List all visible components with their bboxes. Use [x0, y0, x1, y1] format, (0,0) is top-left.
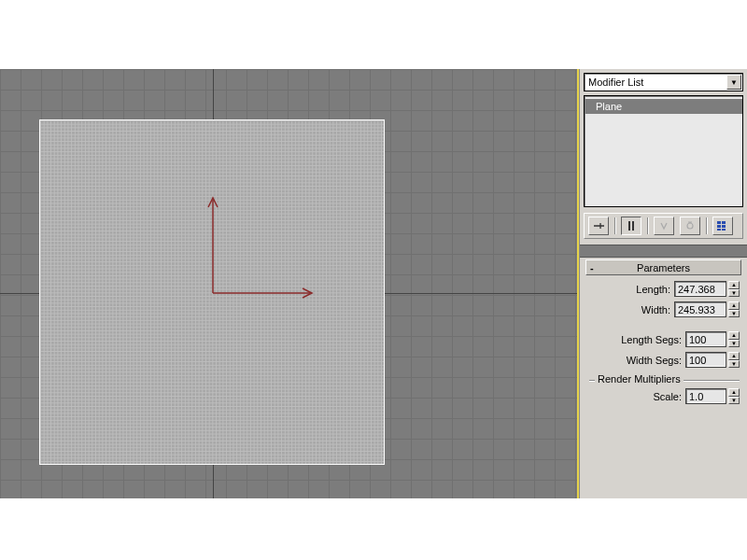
- width-segs-label: Width Segs:: [627, 355, 682, 366]
- svg-rect-6: [717, 225, 721, 228]
- modify-panel: Modifier List ▼ Plane: [579, 69, 747, 498]
- toolbar-separator: [647, 217, 648, 234]
- svg-rect-2: [628, 221, 630, 231]
- parameters-rollout-header[interactable]: - Parameters: [585, 259, 741, 275]
- scale-label: Scale:: [653, 391, 682, 402]
- panel-divider: [580, 245, 747, 258]
- modifier-list-label: Modifier List: [585, 77, 726, 88]
- svg-rect-5: [722, 221, 726, 224]
- length-label: Length:: [636, 284, 670, 295]
- length-segs-input[interactable]: 100: [685, 331, 726, 347]
- length-input[interactable]: 247.368: [674, 281, 726, 297]
- width-segs-spinner[interactable]: ▲▼: [728, 352, 740, 368]
- stack-item-plane[interactable]: Plane: [585, 99, 742, 114]
- stack-item-label: Plane: [596, 101, 622, 112]
- width-spinner[interactable]: ▲▼: [728, 301, 740, 317]
- modifier-stack[interactable]: Plane: [584, 95, 743, 207]
- svg-rect-3: [632, 221, 634, 231]
- modifier-list-dropdown[interactable]: Modifier List ▼: [584, 73, 743, 91]
- toolbar-separator: [706, 217, 707, 234]
- scale-spinner[interactable]: ▲▼: [728, 388, 740, 404]
- length-segs-label: Length Segs:: [621, 334, 682, 345]
- top-blank-area: [0, 0, 747, 69]
- rollout-minus-icon: -: [590, 262, 594, 273]
- configure-modifier-sets-button[interactable]: [712, 217, 733, 235]
- scale-input[interactable]: 1.0: [685, 388, 726, 404]
- show-end-result-button[interactable]: [621, 217, 641, 235]
- svg-rect-7: [722, 225, 726, 228]
- pin-stack-button[interactable]: [588, 217, 609, 235]
- rollout-title: Parameters: [586, 262, 740, 273]
- width-input[interactable]: 245.933: [674, 301, 726, 317]
- svg-rect-9: [722, 229, 726, 231]
- stack-toolbar: [584, 213, 743, 239]
- render-multipliers-label: Render Multipliers: [595, 373, 684, 385]
- make-unique-button[interactable]: [654, 217, 674, 235]
- render-multipliers-group: Render Multipliers: [589, 373, 740, 385]
- length-spinner[interactable]: ▲▼: [728, 281, 740, 297]
- svg-rect-8: [717, 229, 721, 231]
- viewport-top[interactable]: [0, 69, 577, 498]
- parameters-body: Length: 247.368 ▲▼ Width: 245.933 ▲▼ Len…: [580, 279, 747, 409]
- bottom-blank-area: [0, 498, 747, 560]
- plane-object[interactable]: [39, 119, 385, 465]
- main-row: Modifier List ▼ Plane: [0, 69, 747, 498]
- length-segs-spinner[interactable]: ▲▼: [728, 331, 740, 347]
- svg-rect-4: [717, 221, 721, 224]
- width-segs-input[interactable]: 100: [685, 352, 726, 368]
- remove-modifier-button[interactable]: [680, 217, 700, 235]
- width-label: Width:: [641, 304, 670, 315]
- dropdown-arrow-icon[interactable]: ▼: [726, 75, 741, 90]
- toolbar-separator: [614, 217, 615, 234]
